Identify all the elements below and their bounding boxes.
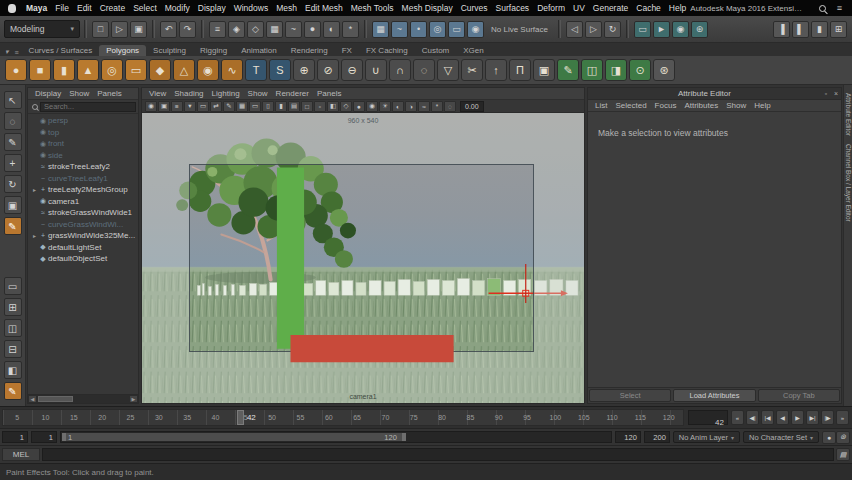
field-chart-icon[interactable]: ▤ — [288, 101, 300, 112]
script-editor-icon[interactable]: ▤ — [836, 448, 850, 461]
playback-start-field[interactable]: 1 — [2, 431, 28, 443]
attribute-editor-tab[interactable]: Attribute Editor — [845, 93, 852, 136]
separate-icon[interactable]: ⊘ — [317, 59, 339, 81]
select-mask-dynamics-icon[interactable]: * — [342, 21, 359, 38]
poly-sphere-icon[interactable]: ● — [5, 59, 27, 81]
range-end-handle[interactable] — [402, 433, 406, 441]
scroll-left-icon[interactable]: ◀ — [28, 395, 37, 403]
menubar-item[interactable]: Surfaces — [492, 3, 534, 13]
poly-pyramid-icon[interactable]: △ — [173, 59, 195, 81]
menu-set-dropdown[interactable]: Modeling▾ — [4, 20, 80, 38]
poly-torus-icon[interactable]: ◎ — [101, 59, 123, 81]
reduce-icon[interactable]: ▽ — [437, 59, 459, 81]
panel-menu-item[interactable]: Attributes — [680, 101, 722, 110]
select-mask-deformers-icon[interactable]: ◐ — [323, 21, 340, 38]
menubar-item[interactable]: Windows — [230, 3, 272, 13]
xray-icon[interactable]: ◌ — [444, 101, 456, 112]
fill-hole-icon[interactable]: ▣ — [533, 59, 555, 81]
ipr-render-icon[interactable]: ◉ — [672, 21, 689, 38]
current-tool-paint-effects-icon[interactable]: ✎ — [4, 382, 22, 400]
boolean-union-icon[interactable]: ∪ — [365, 59, 387, 81]
menubar-item[interactable]: Modify — [161, 3, 194, 13]
2d-pan-zoom-icon[interactable]: ⇄ — [210, 101, 222, 112]
wireframe-icon[interactable]: ◇ — [340, 101, 352, 112]
shelf-tab[interactable]: Custom — [415, 45, 457, 56]
construction-history-icon[interactable]: ↻ — [604, 21, 621, 38]
extract-icon[interactable]: ⊖ — [341, 59, 363, 81]
extrude-icon[interactable]: ↑ — [485, 59, 507, 81]
poly-plane-icon[interactable]: ▭ — [125, 59, 147, 81]
shaded-mode-icon[interactable]: ● — [353, 101, 365, 112]
step-back-frame-button[interactable]: ◀| — [746, 410, 759, 425]
animation-start-field[interactable]: 1 — [31, 431, 57, 443]
outliner-item[interactable]: ≈ strokeTreeLeafy2 — [28, 161, 138, 173]
outliner-item[interactable]: ◉ persp — [28, 115, 138, 127]
outliner-item[interactable]: ▸ + treeLeafy2MeshGroup — [28, 184, 138, 196]
snap-to-view-plane-icon[interactable]: ▭ — [448, 21, 465, 38]
poly-svg-icon[interactable]: S — [269, 59, 291, 81]
shelf-tab[interactable]: Rendering — [284, 45, 335, 56]
spotlight-search-icon[interactable] — [819, 5, 826, 12]
open-scene-icon[interactable]: ▷ — [111, 21, 128, 38]
paint-select-tool-icon[interactable]: ✎ — [4, 133, 22, 151]
poly-cone-icon[interactable]: ▲ — [77, 59, 99, 81]
select-button[interactable]: Select — [589, 389, 671, 402]
panel-menu-item[interactable]: Show — [65, 89, 93, 98]
select-mask-all-icon[interactable]: ▦ — [266, 21, 283, 38]
new-scene-icon[interactable]: □ — [92, 21, 109, 38]
scale-tool-icon[interactable]: ▣ — [4, 196, 22, 214]
character-set-dropdown[interactable]: No Character Set▾ — [743, 431, 819, 443]
multi-cut-icon[interactable]: ✂ — [461, 59, 483, 81]
safe-action-icon[interactable]: □ — [301, 101, 313, 112]
attribute-editor-toggle-icon[interactable]: ▐ — [773, 21, 790, 38]
outliner-item[interactable]: ◉ top — [28, 127, 138, 139]
snap-to-curve-icon[interactable]: ~ — [391, 21, 408, 38]
menubar-item[interactable]: UV — [569, 3, 589, 13]
poly-helix-icon[interactable]: ∿ — [221, 59, 243, 81]
panel-menu-item[interactable]: List — [591, 101, 611, 110]
menubar-item[interactable]: Edit Mesh — [301, 3, 347, 13]
panel-menu-item[interactable]: Panels — [313, 89, 345, 98]
channel-box-layer-editor-tab[interactable]: Channel Box / Layer Editor — [845, 144, 852, 222]
wrench-icon[interactable]: ⊛ — [653, 59, 675, 81]
shelf-tab[interactable]: FX — [335, 45, 359, 56]
menubar-item[interactable]: Mesh Display — [398, 3, 457, 13]
multisample-icon[interactable]: * — [431, 101, 443, 112]
symmetry-icon[interactable]: ◨ — [605, 59, 627, 81]
play-backwards-button[interactable]: ◀ — [776, 410, 789, 425]
bridge-icon[interactable]: Π — [509, 59, 531, 81]
select-hierarchy-icon[interactable]: ≡ — [209, 21, 226, 38]
playback-end-field[interactable]: 120 — [615, 431, 641, 443]
auto-keyframe-icon[interactable]: ● — [822, 431, 836, 444]
select-mask-curves-icon[interactable]: ~ — [285, 21, 302, 38]
channel-box-toggle-icon[interactable]: ▮ — [811, 21, 828, 38]
panel-menu-item[interactable]: Display — [31, 89, 65, 98]
step-forward-frame-button[interactable]: |▶ — [821, 410, 834, 425]
combine-icon[interactable]: ⊕ — [293, 59, 315, 81]
select-camera-icon[interactable]: ◉ — [145, 101, 157, 112]
target-weld-icon[interactable]: ⊙ — [629, 59, 651, 81]
outliner-item[interactable]: ≈ strokeGrassWindWide1 — [28, 207, 138, 219]
tool-settings-toggle-icon[interactable]: ▌ — [792, 21, 809, 38]
smooth-icon[interactable]: ◌ — [413, 59, 435, 81]
notification-center-icon[interactable]: ≡ — [833, 3, 846, 13]
outliner-item[interactable]: ◉ camera1 — [28, 196, 138, 208]
use-all-lights-icon[interactable]: ☀ — [379, 101, 391, 112]
move-tool-icon[interactable]: + — [4, 154, 22, 172]
outliner-item[interactable]: ▸ + grassWindWide325Me... — [28, 230, 138, 242]
load-attributes-button[interactable]: Load Attributes — [673, 389, 755, 402]
redo-icon[interactable]: ↷ — [179, 21, 196, 38]
step-forward-key-button[interactable]: ▶| — [806, 410, 819, 425]
lock-camera-icon[interactable]: ▣ — [158, 101, 170, 112]
command-line-input[interactable] — [42, 448, 834, 461]
current-time-marker[interactable] — [237, 410, 244, 425]
outliner-search-input[interactable] — [40, 102, 136, 112]
time-slider-track[interactable]: 5101520253035404550556065707580859095100… — [2, 409, 684, 426]
panel-menu-item[interactable]: Renderer — [272, 89, 313, 98]
shelf-tab[interactable]: FX Caching — [359, 45, 415, 56]
layout-two-pane-stacked-icon[interactable]: ⊟ — [4, 340, 22, 358]
grease-pencil-icon[interactable]: ✎ — [223, 101, 235, 112]
shelf-tab[interactable]: Sculpting — [146, 45, 193, 56]
shelf-tab[interactable]: Rigging — [193, 45, 234, 56]
bookmarks-icon[interactable]: ▾ — [184, 101, 196, 112]
